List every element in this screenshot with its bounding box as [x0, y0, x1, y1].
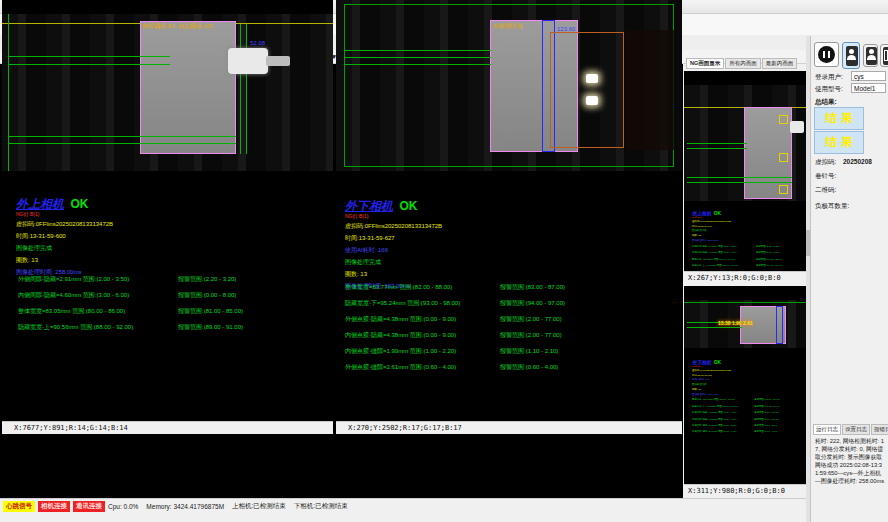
- left-gap-line-3: [8, 136, 236, 137]
- mini-lower-glow-values: 13.38 1.90 2.61: [718, 320, 753, 326]
- mini-marker-1: [779, 115, 788, 124]
- log-tab-errors[interactable]: 报错日志: [871, 424, 888, 435]
- pause-button[interactable]: [814, 42, 839, 67]
- right-gap-line-1: [344, 50, 491, 51]
- left-gripper-tool: [228, 48, 268, 74]
- status-bar: 心跳信号 相机连接 通讯连接 Cpu: 0.0% Memory: 3424.41…: [0, 498, 806, 514]
- right-dark-area: [626, 30, 674, 150]
- left-process-done: 图像处理完成: [16, 244, 113, 253]
- user-icon: [866, 47, 877, 65]
- side-tab-all-frames[interactable]: 所有内画面: [725, 58, 761, 69]
- right-process-done: 图像处理完成: [345, 258, 442, 267]
- left-status-ok: OK: [70, 197, 88, 211]
- mini-lower-image: 13.38 1.90 2.61: [684, 300, 806, 348]
- left-green-edge-line: [8, 14, 9, 171]
- model-label: 使用型号:: [815, 85, 843, 94]
- login-user-label: 登录用户:: [815, 73, 843, 82]
- measurement-row: 整体宽度=83.05mm 范围:(80.00 - 86.00)报警范围:(81.…: [18, 307, 243, 316]
- user-mode-button[interactable]: [863, 44, 878, 67]
- mini-marker-2: [779, 153, 788, 162]
- measurement-row: 外侧间隙-隐藏=2.91mm 范围:(2.00 - 3.50)报警范围:(2.2…: [18, 275, 243, 284]
- logout-icon: →: [883, 47, 888, 65]
- logout-button[interactable]: →: [880, 44, 888, 67]
- right-result-block: 外下相机 OK NG灯:B(1) 虚拟码:0FFIins202502081331…: [345, 196, 442, 291]
- right-barcode: 虚拟码:0FFIins2025020813313472B: [345, 222, 442, 231]
- barcode-value: 20250208: [843, 158, 872, 165]
- measurement-row: 外侧点胶-隐藏=4.38mm 范围:(0.00 - 9.00)报警范围:(2.0…: [345, 315, 565, 324]
- side-tab-ng-display[interactable]: NG画面显示: [686, 58, 724, 69]
- tab-count-label: 负极耳数量:: [815, 202, 849, 211]
- left-time: 时间:13-31-59-600: [16, 232, 113, 241]
- right-ai-region-label: AI检测区域: [493, 22, 523, 31]
- side-tab-latest-frames[interactable]: 最新内画面: [762, 58, 798, 69]
- measurement-row: 内侧点胶-隐藏=4.38mm 范围:(0.00 - 9.00)报警范围:(2.0…: [345, 331, 565, 340]
- measurement-row: 隐藏宽度-上=90.56mm 范围:(88.00 - 92.00)报警范围:(8…: [18, 323, 243, 332]
- right-bright-spot-1: [586, 74, 598, 83]
- side-view-tabs: NG画面显示 所有内画面 最新内画面: [686, 58, 798, 69]
- result-box-upper: 结 果: [814, 107, 864, 130]
- mini-view-upper[interactable]: 外上相机 OK NG灯:B(1) 虚拟码:0FFIins202502081331…: [684, 71, 806, 284]
- right-measurements: 整体宽度=83.77mm 范围:(82.00 - 88.00)报警范围:(83.…: [345, 283, 565, 379]
- qr-label: 二维码:: [815, 186, 836, 195]
- measurement-row: 内侧间隙-隐藏=4.60mm 范围:(3.00 - 6.00)报警范围:(0.0…: [18, 291, 243, 300]
- log-tab-run[interactable]: 运行日志: [813, 424, 841, 435]
- right-status-ok: OK: [399, 199, 417, 213]
- barcode-label: 虚拟码:: [815, 158, 836, 167]
- result-box-lower: 结 果: [814, 131, 864, 154]
- measurement-row: 外侧点胶-缝隙=2.61mm 范围:(0.60 - 4.00)报警范围:(0.6…: [345, 363, 565, 372]
- left-gap-line-4: [8, 143, 236, 144]
- left-measurements: 外侧间隙-隐藏=2.91mm 范围:(2.00 - 3.50)报警范围:(2.2…: [18, 275, 243, 339]
- left-camera-image[interactable]: 色阶阈值:93, 动态阈值:100 52.08: [2, 14, 333, 171]
- right-rounds: 圈数: 13: [345, 270, 442, 279]
- pause-icon: [818, 46, 835, 63]
- camera-connection-indicator: 相机连接: [38, 501, 70, 512]
- app-window: CYS-视觉检测系统 Ɛ 系统配置 相机配置 通讯配置 IO手配置 ▾ 光源控制…: [0, 0, 888, 522]
- left-threshold-label: 色阶阈值:93, 动态阈值:100: [142, 22, 213, 31]
- cpu-usage: Cpu: 0.0%: [108, 503, 138, 510]
- measurement-row: 整体宽度=83.77mm 范围:(82.00 - 88.00)报警范围:(83.…: [345, 283, 565, 292]
- left-gripper-stem: [266, 56, 290, 66]
- log-text: 耗时: 222, 网络检测耗时: 17, 网络分发耗时: 0, 网络提取分发耗时…: [815, 437, 885, 485]
- right-bright-spot-2: [586, 96, 598, 105]
- needle-label: 卷针号:: [815, 172, 836, 181]
- left-gap-line-2: [8, 64, 170, 65]
- model-value: Model1: [851, 83, 886, 93]
- control-panel: → 登录用户: cys 使用型号: Model1 总结果: 结 果 结 果 虚拟…: [810, 36, 888, 522]
- right-blue-tag: 123.60: [557, 26, 575, 32]
- log-tabs: 运行日志 设置日志 报错日志: [813, 424, 888, 435]
- right-camera-view[interactable]: AI检测区域 123.60 外下相机 OK NG灯:B(1) 虚拟码:0FFIi…: [336, 0, 682, 434]
- left-result-block: 外上相机 OK NG灯:B(1) 虚拟码:0FFIins202502081331…: [16, 194, 113, 277]
- left-camera-view[interactable]: 色阶阈值:93, 动态阈值:100 52.08 外上相机 OK NG灯:B(1)…: [2, 0, 333, 434]
- log-tab-settings[interactable]: 设置日志: [842, 424, 870, 435]
- mini-upper-coordinates: X:267;Y:13;R:0;G:0;B:0: [684, 271, 806, 284]
- right-time: 时间:13-31-59-627: [345, 234, 442, 243]
- mini-upper-result: 外上相机 OK NG灯:B(1) 虚拟码:0FFIins202502081331…: [692, 209, 806, 270]
- upper-camera-status: 上相机:已检测结束: [232, 502, 286, 511]
- mini-lower-coordinates: X:311;Y:980;R:0;G:0;B:0: [684, 484, 806, 497]
- left-measure-vline-2: [246, 24, 247, 154]
- mini-lower-blue-rect: [776, 306, 783, 344]
- right-gap-line-2: [344, 57, 491, 58]
- measurement-row: 隐藏宽度-下=95.24mm 范围:(93.00 - 98.00)报警范围:(9…: [345, 299, 565, 308]
- right-ai-time: 使用AI耗时: 166: [345, 246, 442, 255]
- lower-camera-status: 下相机:已检测结束: [294, 502, 348, 511]
- mini-marker-3: [779, 185, 788, 194]
- right-gap-line-3: [344, 64, 491, 65]
- left-blue-tag: 52.08: [250, 40, 265, 46]
- mini-view-lower[interactable]: 13.38 1.90 2.61 外下相机 OK NG灯:B(1) 虚拟码:0FF…: [684, 286, 806, 497]
- user-mode-button-active[interactable]: [842, 42, 860, 69]
- mini-upper-gripper: [790, 121, 804, 133]
- left-barcode: 虚拟码:0FFIins2025020813313472B: [16, 220, 113, 229]
- mini-upper-image: [684, 85, 806, 201]
- comm-connection-indicator: 通讯连接: [73, 501, 105, 512]
- user-icon: [846, 46, 858, 66]
- memory-usage: Memory: 3424.41796875M: [146, 503, 224, 510]
- left-pixel-coordinates: X:7677;Y:891;R:14;G:14;B:14: [2, 421, 333, 434]
- left-rounds: 圈数: 13: [16, 256, 113, 265]
- right-camera-image[interactable]: AI检测区域 123.60: [336, 0, 682, 171]
- total-result-label: 总结果:: [815, 98, 837, 107]
- measurement-row: 内侧点胶-缝隙=1.90mm 范围:(1.00 - 2.20)报警范围:(1.1…: [345, 347, 565, 356]
- heartbeat-indicator: 心跳信号: [3, 501, 35, 512]
- login-user-value: cys: [851, 71, 886, 81]
- left-measure-vline-1: [240, 24, 241, 154]
